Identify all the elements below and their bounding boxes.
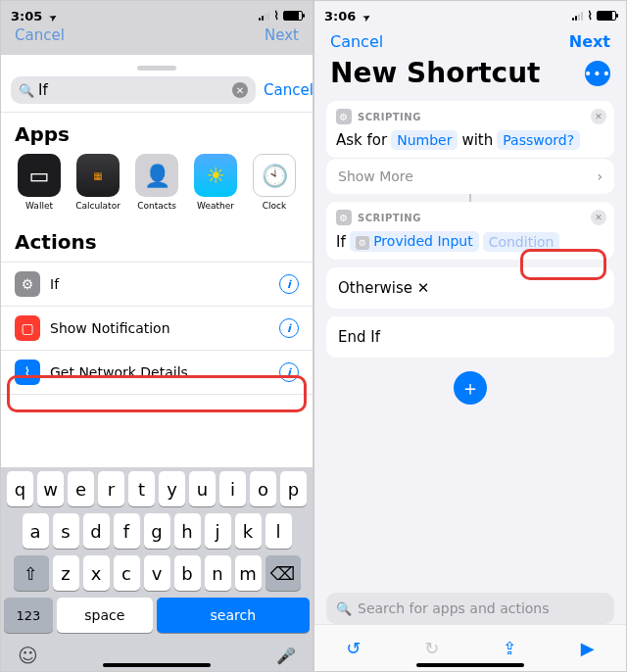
key-backspace[interactable]: ⌫ [265, 555, 301, 591]
key-y[interactable]: y [159, 471, 185, 506]
key-d[interactable]: d [83, 513, 110, 549]
home-indicator[interactable] [103, 663, 211, 667]
key-z[interactable]: z [53, 555, 79, 591]
clear-icon[interactable]: ✕ [232, 82, 248, 98]
search-input[interactable] [38, 81, 228, 99]
bottom-search-field[interactable]: 🔍 Search for apps and actions [326, 593, 614, 624]
bg-next: Next [265, 26, 299, 56]
key-x[interactable]: x [83, 555, 110, 591]
next-button[interactable]: Next [569, 32, 610, 51]
key-shift[interactable]: ⇧ [14, 555, 49, 591]
key-space[interactable]: space [57, 598, 153, 633]
card-line: Ask for Number with Password? [336, 130, 604, 150]
keyboard[interactable]: q w e r t y u i o p a s d f g h j k l [1, 467, 313, 671]
search-field[interactable]: 🔍 ✕ [11, 76, 256, 104]
more-button[interactable]: ••• [585, 61, 610, 86]
mic-icon[interactable]: 🎤 [276, 647, 296, 665]
key-l[interactable]: l [265, 513, 292, 549]
signal-icon [259, 12, 269, 21]
action-if[interactable]: ⚙ If i [1, 263, 313, 307]
emoji-icon[interactable]: ☺ [18, 644, 38, 667]
key-r[interactable]: r [98, 471, 124, 506]
app-clock[interactable]: 🕙 Clock [250, 154, 299, 211]
token-provided-input[interactable]: ⚙ Provided Input [350, 231, 479, 252]
key-o[interactable]: o [250, 471, 276, 506]
share-button[interactable]: ⇪ [503, 638, 517, 658]
action-label: Get Network Details [50, 364, 269, 380]
info-icon[interactable]: i [279, 318, 299, 338]
close-icon[interactable]: ✕ [591, 210, 606, 225]
app-wallet[interactable]: ▭ Wallet [15, 154, 64, 211]
wifi-icon: ⌇ [587, 9, 593, 23]
location-icon: ➤ [361, 10, 373, 24]
battery-icon [283, 11, 303, 21]
key-c[interactable]: c [114, 555, 140, 591]
close-icon[interactable]: ✕ [591, 109, 606, 124]
add-action-button[interactable]: ＋ [454, 371, 487, 405]
action-label: Show Notification [50, 320, 269, 336]
key-v[interactable]: v [144, 555, 170, 591]
connector-line [469, 194, 471, 202]
app-label: Wallet [25, 201, 53, 211]
home-indicator[interactable] [416, 663, 524, 667]
cancel-button[interactable]: Cancel [330, 32, 383, 51]
app-weather[interactable]: ☀ Weather [191, 154, 240, 211]
apps-row: ▭ Wallet ▦ Calculator 👤 Contacts ☀ Weath… [1, 154, 313, 220]
text-askfor: Ask for [336, 131, 387, 149]
key-f[interactable]: f [114, 513, 140, 549]
key-a[interactable]: a [23, 513, 49, 549]
app-calculator[interactable]: ▦ Calculator [73, 154, 122, 211]
token-type[interactable]: Number [391, 130, 458, 150]
key-u[interactable]: u [189, 471, 216, 506]
status-right: ⌇ [259, 9, 303, 23]
action-card-otherwise[interactable]: Otherwise ✕ [326, 267, 614, 309]
scripting-label: SCRIPTING [358, 213, 421, 223]
status-time: 3:06 ➤ [324, 9, 372, 24]
key-e[interactable]: e [68, 471, 94, 506]
search-icon: 🔍 [19, 83, 34, 98]
show-more-row[interactable]: Show More › [326, 158, 614, 194]
play-button[interactable]: ▶ [581, 638, 595, 658]
otherwise-label: Otherwise [338, 279, 412, 297]
status-right: ⌇ [572, 9, 616, 23]
gear-icon: ⚙ [336, 109, 352, 124]
token-condition[interactable]: Condition [483, 232, 560, 252]
token-prompt[interactable]: Password? [497, 130, 580, 150]
action-show-notification[interactable]: ▢ Show Notification i [1, 307, 313, 351]
undo-button[interactable]: ↺ [346, 638, 361, 658]
key-i[interactable]: i [219, 471, 246, 506]
grabber-handle[interactable] [137, 66, 176, 71]
key-g[interactable]: g [144, 513, 170, 549]
key-k[interactable]: k [235, 513, 262, 549]
key-m[interactable]: m [235, 555, 262, 591]
key-h[interactable]: h [174, 513, 201, 549]
key-row-2: a s d f g h j k l [4, 513, 310, 549]
action-get-network-details[interactable]: ⌇ Get Network Details i [1, 351, 313, 395]
screen-search: 3:05 ➤ ⌇ Cancel Next 🔍 ✕ Cancel Apps ▭ W… [0, 0, 314, 672]
variable-icon: ⚙ [356, 236, 369, 250]
key-n[interactable]: n [205, 555, 231, 591]
key-s[interactable]: s [53, 513, 79, 549]
close-icon[interactable]: ✕ [417, 279, 430, 297]
info-icon[interactable]: i [279, 274, 299, 294]
info-icon[interactable]: i [279, 362, 299, 382]
key-search[interactable]: search [157, 598, 310, 633]
key-row-4: 123 space search [4, 598, 310, 633]
chevron-right-icon: › [597, 168, 603, 184]
app-contacts[interactable]: 👤 Contacts [132, 154, 181, 211]
redo-button[interactable]: ↻ [424, 638, 439, 658]
key-q[interactable]: q [7, 471, 33, 506]
key-t[interactable]: t [128, 471, 155, 506]
action-card-endif[interactable]: End If [326, 316, 614, 358]
key-p[interactable]: p [280, 471, 307, 506]
search-row: 🔍 ✕ Cancel [1, 76, 313, 113]
card-header: ⚙ SCRIPTING [336, 210, 604, 225]
key-w[interactable]: w [37, 471, 64, 506]
key-123[interactable]: 123 [4, 598, 53, 633]
search-cancel-button[interactable]: Cancel [264, 81, 314, 99]
action-card-askfor[interactable]: ⚙ SCRIPTING ✕ Ask for Number with Passwo… [326, 101, 614, 158]
show-more-label: Show More [338, 168, 413, 184]
action-card-if[interactable]: ⚙ SCRIPTING ✕ If ⚙ Provided Input Condit… [326, 202, 614, 260]
key-b[interactable]: b [174, 555, 201, 591]
key-j[interactable]: j [205, 513, 231, 549]
